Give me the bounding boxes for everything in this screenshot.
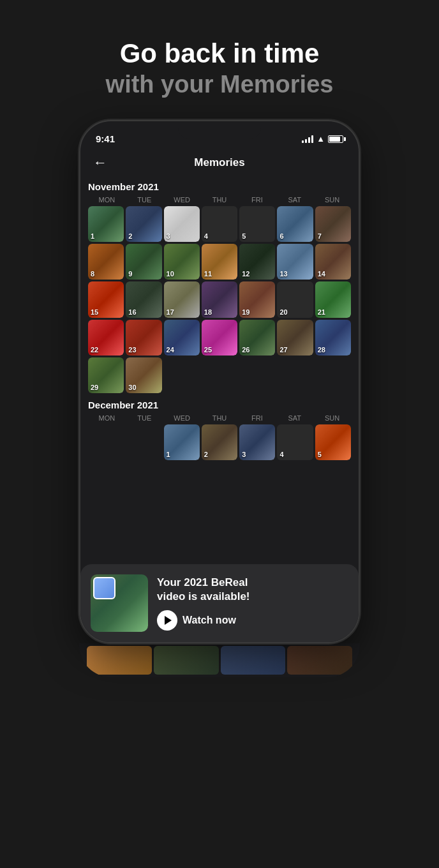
day-cell[interactable]: 13	[277, 244, 313, 280]
day-number: 8	[91, 270, 94, 278]
strip-thumb-4	[287, 646, 352, 675]
day-cell[interactable]: 10	[164, 244, 200, 280]
header-section: Go back in time with your Memories	[80, 0, 359, 120]
day-cell[interactable]: 24	[164, 320, 200, 355]
play-icon	[157, 610, 177, 631]
day-number: 11	[204, 270, 212, 278]
day-number: 15	[91, 308, 98, 316]
strip-thumb-2	[154, 646, 219, 675]
day-number: 14	[318, 270, 325, 278]
nav-bar: ← Memories	[80, 149, 359, 176]
day-number: 5	[318, 451, 322, 458]
bottom-strip	[79, 643, 360, 677]
day-cell[interactable]: 17	[164, 281, 200, 317]
day-number: 6	[279, 232, 283, 240]
november-grid: 1234567891011121314151617181920212223242…	[88, 206, 351, 393]
day-cell[interactable]: 18	[202, 281, 237, 317]
notif-thumbnail-inner	[93, 577, 115, 599]
day-cell[interactable]: 25	[202, 320, 237, 355]
day-cell[interactable]: 22	[88, 320, 124, 355]
header-subtitle: with your Memories	[106, 69, 334, 100]
day-number: 2	[204, 451, 208, 458]
day-number: 1	[167, 451, 170, 458]
day-cell[interactable]: 3	[239, 424, 275, 460]
day-cell[interactable]: 5	[239, 206, 275, 242]
day-cell[interactable]: 11	[202, 244, 237, 280]
day-number: 1	[91, 232, 94, 240]
day-number: 9	[128, 270, 132, 278]
notif-thumbnail	[91, 574, 148, 632]
day-number: 23	[128, 346, 136, 354]
december-day-headers: MON TUE WED THU FRI SAT SUN	[88, 414, 351, 422]
day-number: 21	[318, 308, 325, 316]
play-triangle-icon	[165, 616, 172, 625]
day-cell[interactable]: 8	[88, 244, 124, 280]
day-cell[interactable]: 3	[164, 206, 200, 242]
notif-title: Your 2021 BeRealvideo is available!	[157, 576, 348, 604]
header-title: Go back in time	[106, 38, 334, 69]
status-time: 9:41	[96, 133, 115, 144]
signal-icon	[302, 135, 313, 143]
day-number: 5	[242, 232, 246, 240]
watch-now-button[interactable]: Watch now	[157, 610, 348, 631]
day-cell[interactable]: 15	[88, 281, 124, 317]
day-header-mon: MON	[88, 196, 126, 204]
status-icons: ▲	[302, 134, 343, 144]
day-header-tue: TUE	[126, 196, 163, 204]
day-cell[interactable]: 2	[202, 424, 237, 460]
day-number: 24	[167, 346, 174, 354]
day-number: 25	[204, 346, 212, 354]
day-number: 18	[204, 308, 212, 316]
day-cell[interactable]: 20	[277, 281, 313, 317]
day-cell[interactable]: 16	[126, 281, 161, 317]
phone-mockup: 9:41 ▲ ← Memories November 2021 MON TUE …	[79, 120, 360, 643]
day-cell	[126, 424, 161, 460]
day-number: 28	[318, 346, 325, 354]
day-cell[interactable]: 23	[126, 320, 161, 355]
day-number: 7	[318, 232, 322, 240]
notif-text: Your 2021 BeRealvideo is available! Watc…	[157, 576, 348, 631]
day-number: 27	[279, 346, 287, 354]
day-number: 26	[242, 346, 249, 354]
day-number: 10	[167, 270, 174, 278]
day-cell[interactable]: 12	[239, 244, 275, 280]
day-cell[interactable]: 14	[315, 244, 351, 280]
day-cell[interactable]: 29	[88, 357, 124, 393]
day-number: 12	[242, 270, 249, 278]
day-cell[interactable]: 7	[315, 206, 351, 242]
day-number: 4	[279, 451, 283, 458]
wifi-icon: ▲	[316, 134, 325, 144]
back-button[interactable]: ←	[93, 154, 107, 171]
day-cell[interactable]: 1	[88, 206, 124, 242]
day-number: 13	[279, 270, 287, 278]
day-cell[interactable]: 5	[315, 424, 351, 460]
day-number: 19	[242, 308, 249, 316]
day-number: 22	[91, 346, 98, 354]
day-number: 17	[167, 308, 174, 316]
day-cell[interactable]: 30	[126, 357, 161, 393]
day-cell[interactable]: 2	[126, 206, 161, 242]
december-label: December 2021	[88, 400, 351, 410]
day-cell[interactable]: 21	[315, 281, 351, 317]
phone-notch	[178, 121, 261, 139]
day-cell[interactable]: 26	[239, 320, 275, 355]
november-day-headers: MON TUE WED THU FRI SAT SUN	[88, 196, 351, 204]
day-header-wed: WED	[163, 196, 201, 204]
day-cell[interactable]: 9	[126, 244, 161, 280]
day-cell[interactable]: 4	[277, 424, 313, 460]
day-cell[interactable]: 27	[277, 320, 313, 355]
day-cell[interactable]: 1	[164, 424, 200, 460]
calendar-content: November 2021 MON TUE WED THU FRI SAT SU…	[80, 176, 359, 461]
day-number: 29	[91, 384, 98, 391]
day-number: 2	[128, 232, 132, 240]
day-cell[interactable]: 4	[202, 206, 237, 242]
day-number: 3	[167, 232, 170, 240]
day-header-fri: FRI	[238, 196, 276, 204]
day-number: 30	[128, 384, 136, 391]
battery-icon	[328, 135, 343, 143]
day-cell[interactable]: 28	[315, 320, 351, 355]
day-cell[interactable]: 19	[239, 281, 275, 317]
day-header-sun: SUN	[313, 196, 351, 204]
strip-thumb-1	[87, 646, 152, 675]
day-cell[interactable]: 6	[277, 206, 313, 242]
